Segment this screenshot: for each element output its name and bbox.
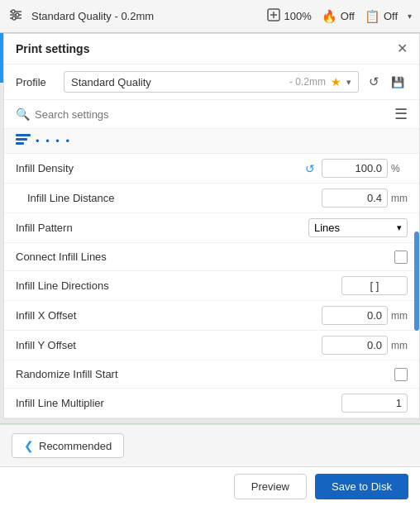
svg-rect-9 (16, 134, 31, 136)
support-icon (266, 7, 281, 26)
toolbar-profile-title: Standard Quality - 0.2mm (31, 10, 258, 22)
print-settings-panel: Print settings ✕ Profile Standard Qualit… (3, 33, 420, 419)
table-row: Infill Pattern Lines ▾ (4, 213, 419, 243)
action-bar: Preview Save to Disk (0, 466, 420, 506)
blue-accent-strip (0, 33, 3, 83)
infill-pattern-chevron: ▾ (397, 222, 402, 233)
infill-line-distance-unit: mm (391, 193, 408, 204)
search-input[interactable] (35, 108, 389, 121)
infill-x-offset-input[interactable] (322, 306, 388, 325)
support-percentage: 100% (284, 10, 312, 22)
setting-name-connect-infill: Connect Infill Lines (16, 251, 394, 263)
save-to-disk-button[interactable]: Save to Disk (315, 474, 408, 499)
profile-star-icon[interactable]: ★ (331, 75, 341, 88)
close-button[interactable]: ✕ (397, 42, 408, 55)
toolbar: Standard Quality - 0.2mm 100% 🔥 Off 📋 Of… (0, 0, 420, 33)
setting-name-infill-x-offset: Infill X Offset (16, 309, 322, 322)
connect-infill-checkbox[interactable] (394, 251, 408, 264)
table-row: Infill X Offset mm (4, 301, 419, 331)
infill-density-input[interactable] (322, 159, 388, 178)
flame-control[interactable]: 🔥 Off (322, 9, 355, 24)
setting-name-infill-line-distance: Infill Line Distance (27, 192, 322, 204)
svg-rect-10 (16, 138, 27, 141)
profile-row: Profile Standard Quality - 0.2mm ★ ▾ ↺ 💾 (4, 64, 419, 100)
layer-icon: 📋 (365, 9, 380, 24)
panel-header: Print settings ✕ (4, 34, 419, 64)
table-row: Infill Line Directions [ ] (4, 271, 419, 301)
infill-section-icon (16, 134, 31, 148)
infill-line-distance-input[interactable] (322, 189, 388, 208)
setting-name-infill-pattern: Infill Pattern (16, 222, 308, 234)
toolbar-controls: 100% 🔥 Off 📋 Off ▾ (266, 7, 412, 26)
table-row: Infill Line Distance mm (4, 184, 419, 213)
recommended-bar: ❮ Recommended (0, 424, 420, 466)
infill-y-offset-unit: mm (391, 340, 408, 351)
search-row: 🔍 ☰ (4, 100, 419, 129)
infill-pattern-dropdown[interactable]: Lines ▾ (308, 218, 408, 237)
sliders-icon (8, 7, 23, 26)
section-header: • • • • (4, 129, 419, 154)
preview-button[interactable]: Preview (234, 474, 307, 499)
setting-name-infill-directions: Infill Line Directions (16, 279, 341, 292)
setting-name-infill-multiplier: Infill Line Multiplier (16, 397, 341, 409)
menu-lines-button[interactable]: ☰ (394, 105, 408, 123)
panel-title: Print settings (16, 42, 89, 55)
profile-select[interactable]: Standard Quality - 0.2mm ★ ▾ (64, 71, 359, 93)
bottom-area: ❮ Recommended Preview Save to Disk (0, 424, 420, 506)
flame-label: Off (341, 10, 355, 22)
svg-rect-11 (16, 142, 24, 145)
profile-name: Standard Quality (71, 76, 284, 88)
recommended-label: Recommended (39, 440, 112, 452)
flame-icon: 🔥 (322, 9, 337, 24)
table-row: Randomize Infill Start (4, 360, 419, 389)
svg-point-4 (16, 13, 19, 17)
randomize-infill-checkbox[interactable] (394, 368, 408, 381)
infill-y-offset-input[interactable] (322, 336, 388, 355)
setting-name-infill-density: Infill Density (16, 162, 303, 174)
profile-save-button[interactable]: 💾 (388, 74, 408, 90)
scrollbar-thumb[interactable] (414, 232, 419, 331)
table-row: Infill Line Multiplier (4, 389, 419, 418)
layer-control[interactable]: 📋 Off (365, 9, 398, 24)
profile-version: - 0.2mm (289, 76, 326, 88)
infill-pattern-value: Lines (314, 222, 340, 234)
profile-undo-button[interactable]: ↺ (365, 73, 383, 91)
table-row: Connect Infill Lines (4, 243, 419, 271)
table-row: Infill Y Offset mm (4, 331, 419, 360)
toolbar-chevron[interactable]: ▾ (408, 12, 412, 21)
setting-name-randomize: Randomize Infill Start (16, 368, 394, 380)
recommended-button[interactable]: ❮ Recommended (12, 433, 124, 458)
table-row: Infill Density ↺ % (4, 154, 419, 184)
infill-multiplier-input[interactable] (341, 394, 408, 413)
settings-list: Infill Density ↺ % Infill Line Distance … (4, 154, 419, 418)
infill-x-offset-unit: mm (391, 310, 408, 322)
infill-density-unit: % (391, 163, 408, 174)
chevron-left-icon: ❮ (24, 439, 34, 452)
layer-label: Off (384, 10, 398, 22)
infill-density-reset-button[interactable]: ↺ (303, 160, 317, 177)
profile-actions: ↺ 💾 (365, 73, 408, 91)
setting-name-infill-y-offset: Infill Y Offset (16, 339, 322, 351)
svg-point-5 (12, 17, 16, 20)
infill-line-directions-value[interactable]: [ ] (341, 276, 408, 295)
profile-chevron-icon: ▾ (346, 77, 351, 88)
support-control[interactable]: 100% (266, 7, 312, 26)
svg-point-3 (12, 10, 15, 13)
profile-label: Profile (16, 76, 57, 88)
search-icon: 🔍 (16, 107, 30, 121)
section-dots: • • • • (36, 135, 71, 147)
